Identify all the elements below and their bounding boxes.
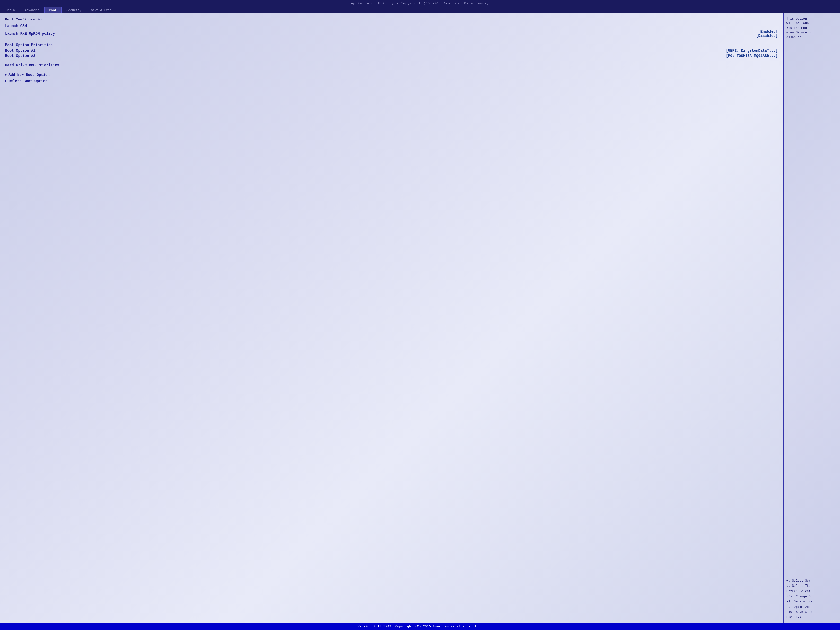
- delete-boot-arrow-icon: ►: [5, 79, 7, 83]
- menu-row-pxe: Launch PXE OpROM policy [Enabled] [Disab…: [5, 30, 778, 38]
- section-title: Boot Configuration: [5, 17, 778, 21]
- nav-tabs: Main Advanced Boot Security Save & Exit: [0, 7, 840, 13]
- boot-priorities-label: Boot Option Priorities: [5, 43, 53, 47]
- pxe-value-disabled: [Disabled]: [756, 34, 778, 38]
- pxe-values: [Enabled] [Disabled]: [756, 30, 778, 38]
- key-help: ⇄: Select Scr ↕: Select Ite Enter: Selec…: [786, 578, 837, 620]
- tab-security[interactable]: Security: [62, 7, 86, 13]
- tab-advanced[interactable]: Advanced: [20, 7, 44, 13]
- key-f9: F9: Optimized: [786, 605, 837, 609]
- key-f10: F10: Save & Ex: [786, 609, 837, 615]
- key-select-item: ↕: Select Ite: [786, 583, 837, 589]
- spacer-1: [5, 39, 778, 41]
- help-divider: [786, 43, 837, 578]
- menu-row-boot2[interactable]: Boot Option #2 [P0: TOSHIBA MQ01ABD...]: [5, 54, 778, 58]
- right-panel: This option will be laun You can modi wh…: [783, 13, 840, 623]
- add-boot-arrow-icon: ►: [5, 73, 7, 77]
- help-text: This option will be laun You can modi wh…: [786, 16, 837, 39]
- boot2-value: [P0: TOSHIBA MQ01ABD...]: [726, 54, 778, 58]
- delete-boot-label: Delete Boot Option: [8, 79, 47, 83]
- pxe-label: Launch PXE OpROM policy: [5, 32, 55, 36]
- main-area: Boot Configuration Launch CSM Launch PXE…: [0, 13, 840, 623]
- key-esc: ESC: Exit: [786, 615, 837, 620]
- launch-csm-label: Launch CSM: [5, 24, 27, 28]
- menu-item-boot-priorities: Boot Option Priorities: [5, 43, 778, 47]
- spacer-3: [5, 69, 778, 71]
- title-text: Aptio Setup Utility - Copyright (C) 2015…: [351, 2, 489, 5]
- key-change-opt: +/-: Change Op: [786, 594, 837, 599]
- boot1-label: Boot Option #1: [5, 49, 36, 53]
- title-bar: Aptio Setup Utility - Copyright (C) 2015…: [0, 0, 840, 7]
- menu-item-launch-csm[interactable]: Launch CSM: [5, 24, 778, 28]
- menu-item-hdd-bbs[interactable]: Hard Drive BBS Priorities: [5, 63, 778, 68]
- menu-item-delete-boot[interactable]: ► Delete Boot Option: [5, 79, 778, 84]
- status-bar: Version 2.17.1249. Copyright (C) 2015 Am…: [0, 623, 840, 630]
- key-select-screen: ⇄: Select Scr: [786, 578, 837, 583]
- menu-item-add-boot[interactable]: ► Add New Boot Option: [5, 72, 778, 77]
- status-text: Version 2.17.1249. Copyright (C) 2015 Am…: [357, 625, 482, 628]
- add-boot-label: Add New Boot Option: [8, 73, 50, 77]
- left-panel: Boot Configuration Launch CSM Launch PXE…: [0, 13, 783, 623]
- hdd-bbs-label: Hard Drive BBS Priorities: [5, 63, 59, 67]
- boot1-value: [UEFI: KingstonDataT...]: [726, 49, 778, 53]
- tab-main[interactable]: Main: [3, 7, 20, 13]
- pxe-value-enabled: [Enabled]: [756, 30, 778, 34]
- tab-boot[interactable]: Boot: [44, 7, 62, 13]
- menu-row-boot1[interactable]: Boot Option #1 [UEFI: KingstonDataT...]: [5, 49, 778, 53]
- key-enter: Enter: Select: [786, 589, 837, 594]
- tab-save-exit[interactable]: Save & Exit: [86, 7, 116, 13]
- spacer-2: [5, 59, 778, 62]
- boot2-label: Boot Option #2: [5, 54, 36, 58]
- key-f1: F1: General He: [786, 599, 837, 604]
